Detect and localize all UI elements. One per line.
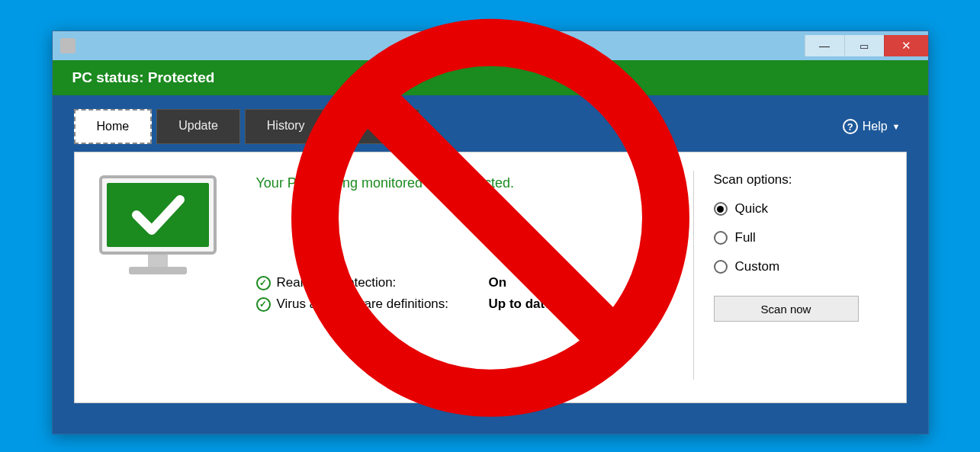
check-icon: ✓ [256, 276, 271, 290]
tab-home[interactable]: Home [74, 109, 153, 144]
help-icon: ? [843, 119, 858, 134]
realtime-value: On [489, 275, 507, 290]
scan-options-title: Scan options: [714, 172, 886, 188]
titlebar[interactable]: Windows Defender [53, 31, 928, 60]
svg-rect-1 [107, 183, 209, 247]
vertical-divider [693, 171, 694, 380]
scan-now-button[interactable]: Scan now [714, 296, 859, 322]
scan-option-quick[interactable]: Quick [714, 201, 886, 216]
pc-status-bar: PC status: Protected [53, 60, 928, 95]
help-label: Help [863, 120, 888, 133]
tab-update[interactable]: Update [156, 109, 240, 144]
tab-bar: Home Update History Settings ? Help ▼ [53, 95, 928, 144]
definitions-value: Up to date [489, 297, 552, 312]
status-message: Your PC is being monitored and protected… [256, 175, 676, 191]
check-icon: ✓ [256, 297, 271, 312]
tab-settings[interactable]: Settings [332, 109, 420, 144]
radio-icon [714, 231, 728, 245]
pc-status-text: PC status: Protected [72, 69, 215, 86]
svg-rect-2 [148, 255, 168, 267]
realtime-protection-row: ✓ Real-time protection: On [256, 275, 676, 290]
window-title: Windows Defender [53, 40, 928, 53]
scan-option-custom[interactable]: Custom [714, 259, 886, 274]
protected-monitor-icon [95, 171, 224, 285]
radio-icon [714, 202, 728, 216]
definitions-label: Virus and spyware definitions: [277, 297, 483, 312]
tab-history[interactable]: History [245, 109, 327, 144]
app-window: Windows Defender PC status: Protected Ho… [52, 30, 929, 434]
help-menu[interactable]: ? Help ▼ [843, 119, 901, 134]
scan-option-full[interactable]: Full [714, 230, 886, 245]
content-panel: Your PC is being monitored and protected… [74, 152, 907, 403]
radio-icon [714, 260, 728, 274]
definitions-row: ✓ Virus and spyware definitions: Up to d… [256, 297, 676, 312]
realtime-label: Real-time protection: [277, 275, 483, 290]
svg-rect-3 [129, 267, 187, 274]
chevron-down-icon: ▼ [892, 122, 901, 131]
